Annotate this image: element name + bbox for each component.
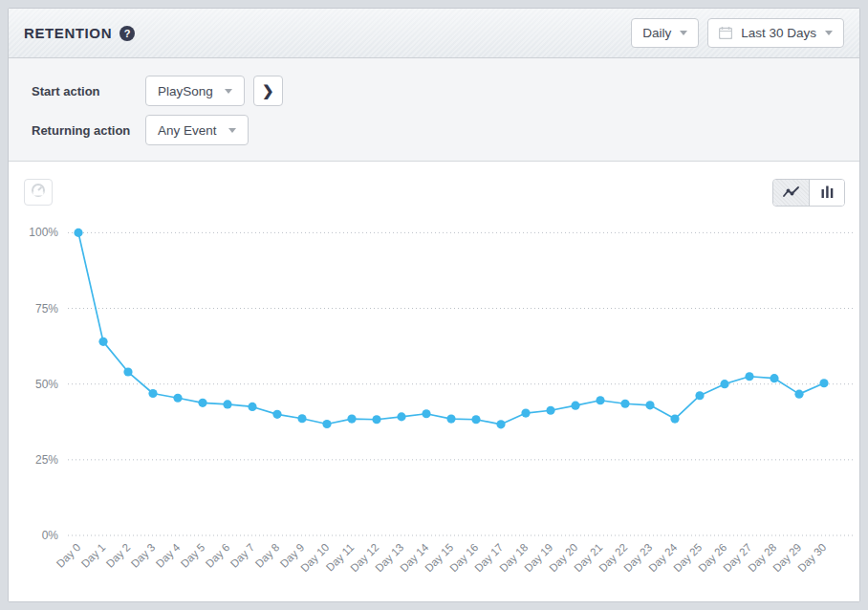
line-chart-toggle[interactable] (773, 180, 809, 206)
svg-text:Day 7: Day 7 (228, 541, 257, 570)
bar-chart-icon (821, 185, 834, 202)
svg-text:Day 2: Day 2 (104, 541, 133, 570)
chevron-right-icon: ❯ (262, 82, 274, 99)
add-to-dashboard-button (24, 179, 53, 206)
svg-text:25%: 25% (35, 453, 58, 467)
dashboard-gauge-icon (31, 184, 46, 201)
svg-text:Day 30: Day 30 (795, 541, 828, 574)
returning-action-label: Returning action (32, 123, 145, 138)
svg-text:Day 3: Day 3 (129, 541, 158, 570)
start-action-dropdown[interactable]: PlaySong (145, 76, 245, 106)
calendar-icon (719, 27, 732, 39)
chevron-down-icon (228, 128, 236, 133)
returning-action-dropdown[interactable]: Any Event (145, 115, 249, 145)
start-action-value: PlaySong (158, 84, 213, 98)
date-range-dropdown[interactable]: Last 30 Days (707, 18, 844, 48)
chevron-down-icon (225, 89, 232, 94)
svg-text:50%: 50% (35, 378, 58, 391)
interval-dropdown[interactable]: Daily (631, 18, 699, 48)
svg-text:Day 1: Day 1 (79, 541, 108, 570)
bar-chart-toggle[interactable] (809, 180, 844, 206)
chevron-down-icon (680, 31, 687, 35)
page-title: RETENTION (24, 25, 112, 41)
chevron-down-icon (825, 31, 833, 35)
start-action-label: Start action (32, 84, 145, 98)
svg-text:Day 4: Day 4 (154, 541, 183, 570)
date-range-dropdown-value: Last 30 Days (741, 26, 816, 40)
panel-header: RETENTION ? Daily Last 30 Days (9, 9, 859, 58)
retention-panel: RETENTION ? Daily Last 30 Days (8, 8, 860, 602)
svg-text:Day 8: Day 8 (253, 541, 282, 570)
help-icon[interactable]: ? (119, 26, 135, 41)
chart-section: 0%25%50%75%100%Day 0Day 1Day 2Day 3Day 4… (9, 162, 859, 601)
expand-step-button[interactable]: ❯ (253, 76, 283, 106)
svg-text:Day 10: Day 10 (298, 541, 331, 574)
returning-action-value: Any Event (158, 123, 217, 138)
svg-text:Day 6: Day 6 (204, 541, 232, 570)
svg-text:75%: 75% (35, 302, 58, 316)
query-controls: Start action PlaySong ❯ Returning action… (9, 58, 859, 162)
chart-type-toggle (772, 179, 845, 207)
interval-dropdown-value: Daily (642, 26, 671, 40)
retention-chart[interactable]: 0%25%50%75%100%Day 0Day 1Day 2Day 3Day 4… (9, 162, 859, 601)
svg-text:Day 5: Day 5 (179, 541, 207, 570)
svg-text:100%: 100% (29, 226, 58, 239)
line-chart-icon (783, 185, 800, 202)
svg-text:Day 0: Day 0 (54, 541, 83, 570)
svg-text:0%: 0% (42, 529, 59, 542)
